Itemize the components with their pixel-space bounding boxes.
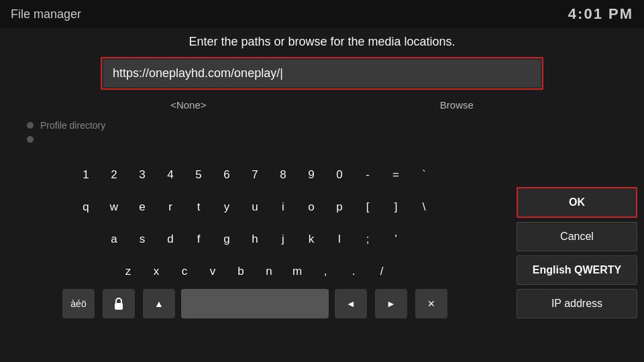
key-shift-lock[interactable] — [103, 289, 135, 318]
key-8[interactable]: 8 — [269, 160, 297, 190]
browse-tab[interactable]: Browse — [429, 97, 484, 113]
key-slash[interactable]: / — [368, 257, 396, 286]
action-panel: OK Cancel English QWERTY IP address — [510, 183, 644, 322]
profile-dot-1 — [27, 122, 34, 129]
key-m[interactable]: m — [283, 257, 311, 286]
key-left[interactable]: ◄ — [335, 289, 367, 318]
key-7[interactable]: 7 — [241, 160, 269, 190]
key-1[interactable]: 1 — [72, 160, 100, 190]
key-y[interactable]: y — [213, 192, 241, 222]
key-p[interactable]: p — [325, 192, 354, 222]
key-o[interactable]: o — [297, 192, 325, 222]
main-content: Enter the paths or browse for the media … — [0, 28, 644, 152]
kb-bottom-row: àéö ▲ ◄ ► ✕ — [7, 289, 503, 318]
key-minus[interactable]: - — [354, 160, 382, 190]
key-d[interactable]: d — [156, 225, 184, 254]
key-q[interactable]: q — [72, 192, 100, 222]
profile-row-1: Profile directory — [13, 117, 631, 133]
ip-address-button[interactable]: IP address — [517, 289, 637, 318]
language-button[interactable]: English QWERTY — [517, 255, 637, 285]
keyboard: 1 2 3 4 5 6 7 8 9 0 - = ` q w e r t y u … — [0, 156, 510, 322]
key-r[interactable]: r — [156, 192, 184, 222]
key-lbracket[interactable]: [ — [354, 192, 382, 222]
none-tab[interactable]: <None> — [160, 97, 217, 113]
key-u[interactable]: u — [241, 192, 269, 222]
key-backslash[interactable]: \ — [410, 192, 438, 222]
ok-button[interactable]: OK — [517, 187, 637, 218]
clock: 4:01 PM — [568, 5, 633, 23]
key-a[interactable]: a — [100, 225, 128, 254]
key-e[interactable]: e — [128, 192, 156, 222]
key-v[interactable]: v — [199, 257, 227, 286]
key-x[interactable]: x — [142, 257, 170, 286]
key-w[interactable]: w — [100, 192, 128, 222]
key-l[interactable]: l — [325, 225, 354, 254]
kb-row-asdf: a s d f g h j k l ; ' — [7, 225, 503, 254]
key-shift[interactable]: ▲ — [143, 289, 175, 318]
url-input[interactable] — [103, 60, 541, 87]
key-b[interactable]: b — [227, 257, 255, 286]
kb-row-qwerty: q w e r t y u i o p [ ] \ — [7, 192, 503, 222]
key-n[interactable]: n — [255, 257, 283, 286]
profile-row-2 — [13, 133, 631, 145]
key-5[interactable]: 5 — [184, 160, 213, 190]
key-k[interactable]: k — [297, 225, 325, 254]
key-semicolon[interactable]: ; — [354, 225, 382, 254]
key-c[interactable]: c — [170, 257, 199, 286]
key-g[interactable]: g — [213, 225, 241, 254]
url-input-wrapper — [101, 57, 543, 90]
key-backtick[interactable]: ` — [410, 160, 438, 190]
key-period[interactable]: . — [339, 257, 368, 286]
kb-row-zxcv: z x c v b n m , . / — [7, 257, 503, 286]
key-t[interactable]: t — [184, 192, 213, 222]
svg-rect-0 — [115, 303, 123, 310]
key-9[interactable]: 9 — [297, 160, 325, 190]
key-j[interactable]: j — [269, 225, 297, 254]
key-rbracket[interactable]: ] — [382, 192, 410, 222]
key-s[interactable]: s — [128, 225, 156, 254]
key-z[interactable]: z — [114, 257, 142, 286]
key-spacebar[interactable] — [181, 289, 329, 318]
key-i[interactable]: i — [269, 192, 297, 222]
key-6[interactable]: 6 — [213, 160, 241, 190]
keyboard-area: 1 2 3 4 5 6 7 8 9 0 - = ` q w e r t y u … — [0, 156, 644, 322]
key-0[interactable]: 0 — [325, 160, 354, 190]
location-tabs: <None> Browse — [13, 97, 631, 113]
cancel-button[interactable]: Cancel — [517, 222, 637, 251]
key-comma[interactable]: , — [311, 257, 339, 286]
kb-row-numbers: 1 2 3 4 5 6 7 8 9 0 - = ` — [7, 160, 503, 190]
key-h[interactable]: h — [241, 225, 269, 254]
key-3[interactable]: 3 — [128, 160, 156, 190]
key-accent[interactable]: àéö — [62, 289, 95, 318]
key-2[interactable]: 2 — [100, 160, 128, 190]
instruction-text: Enter the paths or browse for the media … — [13, 35, 631, 49]
key-apostrophe[interactable]: ' — [382, 225, 410, 254]
key-f[interactable]: f — [184, 225, 213, 254]
key-backspace[interactable]: ✕ — [415, 289, 447, 318]
key-right[interactable]: ► — [375, 289, 407, 318]
profile-dot-2 — [27, 136, 34, 143]
key-4[interactable]: 4 — [156, 160, 184, 190]
profile-label-1: Profile directory — [40, 120, 105, 131]
header: File manager 4:01 PM — [0, 0, 644, 28]
app-title: File manager — [11, 7, 81, 21]
key-equals[interactable]: = — [382, 160, 410, 190]
